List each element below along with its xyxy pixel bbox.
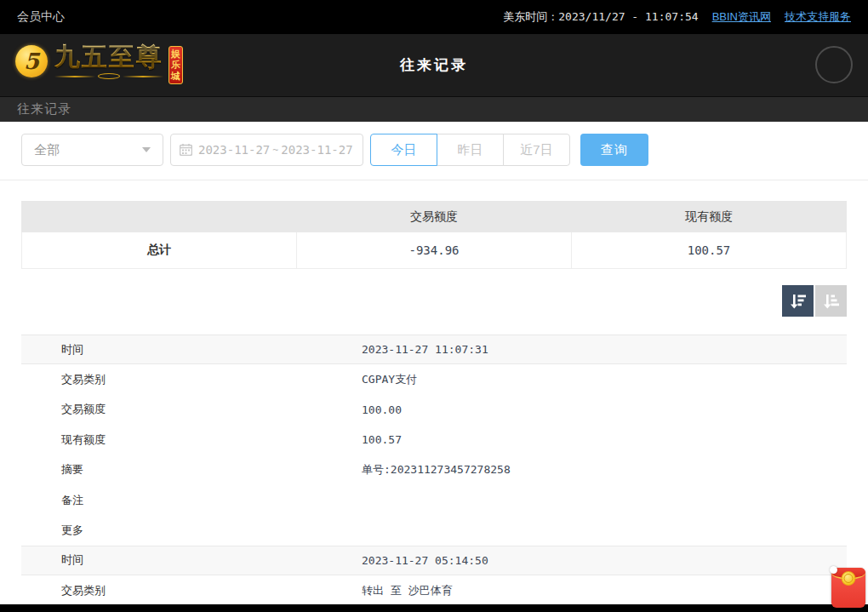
detail-row-balance: 现有额度 100.57 <box>21 425 847 455</box>
detail-label: 摘要 <box>21 462 362 478</box>
summary-trade-amount-value: -934.96 <box>296 232 571 268</box>
detail-value: 100.00 <box>362 403 402 416</box>
detail-value: 转出 至 沙巴体育 <box>362 583 453 598</box>
page-title: 往来记录 <box>400 55 468 75</box>
range-yesterday-button[interactable]: 昨日 <box>437 134 504 166</box>
summary-header-empty <box>21 201 296 232</box>
detail-label: 交易类别 <box>21 583 362 598</box>
avatar-circle[interactable] <box>815 46 853 83</box>
quick-range-group: 今日 昨日 近7日 <box>370 134 570 166</box>
detail-label: 交易额度 <box>21 402 362 417</box>
detail-row-type: 交易类别 CGPAY支付 <box>21 364 847 394</box>
date-from-value: 2023-11-27 <box>198 143 270 157</box>
detail-label: 更多 <box>21 523 362 538</box>
brand-name: 九五至尊 <box>54 43 163 71</box>
gold-coin-icon <box>842 571 856 586</box>
date-range-separator: ~ <box>270 144 281 156</box>
calendar-icon <box>180 144 192 156</box>
range-last7days-button[interactable]: 近7日 <box>503 134 570 166</box>
tech-support-link[interactable]: 技术支持服务 <box>785 9 851 25</box>
transaction-type-select[interactable]: 全部 <box>21 134 163 166</box>
detail-row-trade-amount: 交易额度 100.00 <box>21 395 847 425</box>
transaction-detail-list: 时间 2023-11-27 11:07:31 交易类别 CGPAY支付 交易额度… <box>21 335 847 606</box>
transaction-type-value: 全部 <box>34 142 142 158</box>
summary-table: 交易额度 现有额度 总计 -934.96 100.57 <box>21 201 847 269</box>
detail-row-note: 备注 <box>21 485 847 515</box>
flourish-ornament-icon <box>54 73 163 79</box>
detail-row-time: 时间 2023-11-27 11:07:31 <box>21 335 847 364</box>
detail-label: 备注 <box>21 493 362 508</box>
summary-header-row: 交易额度 现有额度 <box>21 201 847 232</box>
top-bar: 会员中心 美东时间：2023/11/27 - 11:07:54 BBIN资讯网 … <box>0 0 868 34</box>
brand-header: 5 九五至尊 娱乐城 往来记录 <box>0 34 868 96</box>
detail-label: 时间 <box>21 342 362 357</box>
summary-balance-value: 100.57 <box>571 232 846 268</box>
bbin-news-link[interactable]: BBIN资讯网 <box>712 9 771 25</box>
eastern-time-label: 美东时间：2023/11/27 - 11:07:54 <box>503 9 698 25</box>
brand-logo[interactable]: 5 九五至尊 娱乐城 <box>15 43 183 84</box>
search-button[interactable]: 查询 <box>580 134 648 166</box>
detail-row-more: 更多 <box>21 515 847 545</box>
detail-row-type: 交易类别 转出 至 沙巴体育 <box>21 575 847 605</box>
breadcrumb-bar: 往来记录 <box>0 96 868 122</box>
sort-descending-button[interactable] <box>782 285 814 317</box>
date-range-input[interactable]: 2023-11-27 ~ 2023-11-27 <box>170 134 363 166</box>
member-center-label: 会员中心 <box>17 9 65 25</box>
summary-total-label: 总计 <box>22 232 296 268</box>
notification-badge <box>830 566 837 574</box>
range-today-button[interactable]: 今日 <box>370 134 437 166</box>
sort-descending-icon <box>787 290 808 312</box>
filter-section: 全部 2023-11-27 ~ 2023-11-27 今日 昨日 近7日 <box>0 122 868 180</box>
detail-value: 2023-11-27 05:14:50 <box>362 554 488 567</box>
red-envelope-widget[interactable] <box>831 568 865 608</box>
detail-label: 现有额度 <box>21 432 362 448</box>
caret-down-icon <box>142 147 151 152</box>
sort-ascending-icon <box>820 290 842 312</box>
sort-controls <box>21 285 847 317</box>
date-to-value: 2023-11-27 <box>281 143 352 157</box>
detail-row-summary: 摘要 单号:202311273457278258 <box>21 455 847 485</box>
detail-label: 交易类别 <box>21 372 362 387</box>
detail-value: CGPAY支付 <box>362 372 417 387</box>
summary-header-balance: 现有额度 <box>572 201 847 232</box>
breadcrumb-title: 往来记录 <box>17 101 71 117</box>
brand-badge: 娱乐城 <box>168 46 183 84</box>
detail-value: 2023-11-27 11:07:31 <box>362 343 488 356</box>
summary-total-row: 总计 -934.96 100.57 <box>21 232 847 269</box>
bottom-edge-bar <box>0 604 868 612</box>
coin-logo-icon: 5 <box>15 45 48 77</box>
sort-ascending-button[interactable] <box>815 285 847 317</box>
detail-value: 100.57 <box>362 433 402 446</box>
summary-header-trade-amount: 交易额度 <box>296 201 571 232</box>
detail-label: 时间 <box>21 552 362 568</box>
detail-value: 单号:202311273457278258 <box>362 462 511 478</box>
detail-row-time: 时间 2023-11-27 05:14:50 <box>21 546 847 575</box>
